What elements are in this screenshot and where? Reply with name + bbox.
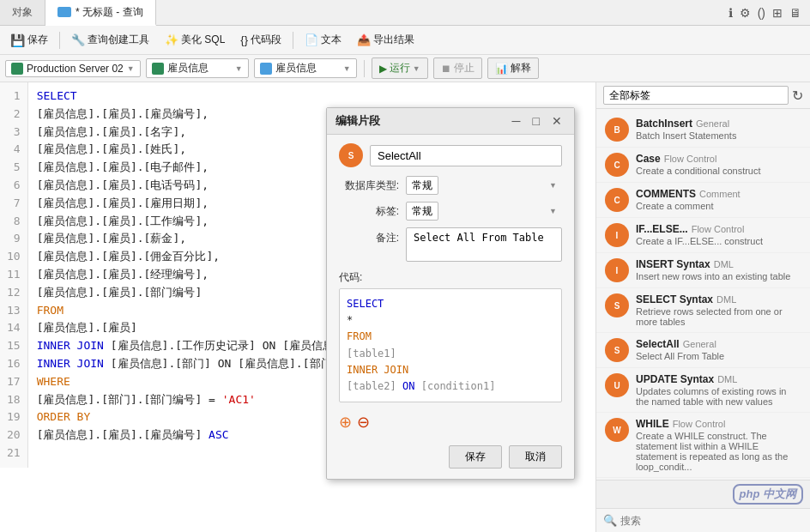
add-snippet-button[interactable]: ⊕	[339, 413, 352, 432]
code-box: SELECT*FROM [table1]INNER JOIN [table2] …	[339, 288, 562, 402]
remove-snippet-button[interactable]: ⊖	[357, 413, 370, 432]
modal-code-line: [table2] ON [condition1]	[347, 378, 554, 395]
modal-code-line: INNER JOIN	[347, 362, 554, 378]
modal-minimize-button[interactable]: ─	[509, 114, 524, 128]
modal-logo: S	[339, 143, 363, 167]
tag-select-wrap: 常规	[406, 202, 562, 221]
modal-dbtype-row: 数据库类型: 常规	[339, 176, 562, 195]
modal-note-row: 备注:	[339, 227, 562, 262]
modal-title: 编辑片段	[335, 113, 504, 129]
modal-maximize-button[interactable]: □	[529, 114, 543, 128]
snippet-name-input[interactable]	[370, 145, 562, 166]
modal-close-button[interactable]: ✕	[548, 114, 565, 128]
modal-code-line: [table1]	[347, 346, 554, 362]
modal-toolbar: ⊕ ⊖	[339, 409, 562, 435]
edit-snippet-modal: 编辑片段 ─ □ ✕ S 数据库类型: 常规 标签:	[326, 107, 575, 480]
modal-body: S 数据库类型: 常规 标签: 常规	[327, 135, 574, 479]
note-textarea[interactable]	[406, 227, 562, 262]
note-label: 备注:	[339, 227, 399, 245]
modal-code-line: *	[347, 312, 554, 329]
modal-name-row: S	[339, 143, 562, 167]
tag-label: 标签:	[339, 204, 399, 219]
modal-cancel-button[interactable]: 取消	[509, 445, 562, 469]
dbtype-select[interactable]: 常规	[406, 176, 438, 195]
modal-tag-select[interactable]: 常规	[406, 202, 438, 221]
modal-header: 编辑片段 ─ □ ✕	[327, 108, 574, 135]
modal-code-line: FROM	[347, 329, 554, 345]
modal-code-line: SELECT	[347, 296, 554, 312]
modal-overlay: 编辑片段 ─ □ ✕ S 数据库类型: 常规 标签:	[0, 0, 810, 532]
modal-tag-row: 标签: 常规	[339, 202, 562, 221]
dbtype-select-wrap: 常规	[406, 176, 562, 195]
modal-save-button[interactable]: 保存	[449, 445, 502, 469]
code-section-label: 代码:	[339, 270, 562, 285]
dbtype-label: 数据库类型:	[339, 178, 399, 193]
modal-footer: 保存 取消	[339, 442, 562, 470]
